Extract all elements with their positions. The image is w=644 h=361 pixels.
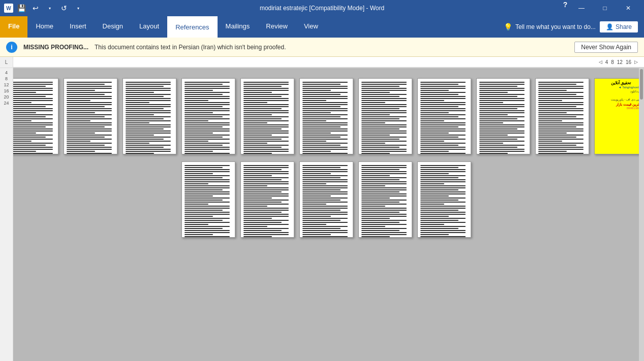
tab-insert[interactable]: Insert (62, 16, 95, 38)
line (361, 147, 400, 148)
line (420, 179, 466, 180)
line (538, 130, 584, 132)
minimize-button[interactable]: — (570, 0, 593, 16)
line (13, 128, 53, 129)
page-lines-14 (300, 162, 353, 238)
line (302, 177, 341, 178)
tab-mailings[interactable]: Mailings (218, 16, 258, 38)
line (243, 102, 267, 103)
customize-button[interactable]: ▾ (72, 2, 84, 14)
share-button[interactable]: 👤 Share (600, 21, 638, 32)
line (243, 147, 282, 148)
page-thumb-12[interactable] (181, 161, 235, 238)
save-button[interactable]: 💾 (15, 2, 27, 14)
ad-site: Tahghighonline.ir ◄ (597, 86, 639, 90)
page-thumb-2[interactable] (64, 78, 117, 154)
line (538, 137, 576, 138)
tab-view[interactable]: View (296, 16, 326, 38)
line (185, 102, 230, 103)
tell-me-input[interactable]: 💡 Tell me what you want to do... (504, 23, 596, 31)
tab-file[interactable]: File (0, 16, 27, 38)
line (185, 143, 230, 144)
undo-button[interactable]: ↩ (29, 2, 42, 14)
page-thumb-5[interactable] (240, 78, 294, 154)
line (243, 149, 289, 150)
never-show-again-button[interactable]: Never Show Again (574, 42, 638, 53)
line (126, 145, 171, 146)
line (302, 224, 326, 225)
line (13, 94, 53, 95)
line (13, 141, 32, 142)
tab-references[interactable]: References (167, 16, 217, 38)
scroll-thumb[interactable] (640, 69, 643, 100)
line (185, 141, 208, 142)
line (361, 100, 407, 101)
maximize-button[interactable]: □ (593, 0, 617, 16)
line (420, 206, 466, 207)
vruler-24: 24 (4, 101, 9, 106)
vertical-scrollbar[interactable] (639, 68, 644, 361)
line (302, 210, 341, 211)
page-thumb-6[interactable] (299, 78, 353, 154)
line (67, 120, 90, 121)
line (302, 230, 348, 231)
line (302, 175, 348, 176)
page-thumb-3[interactable] (122, 78, 176, 154)
redo-button[interactable]: ↺ (58, 2, 70, 14)
line (302, 183, 326, 184)
line (243, 230, 282, 231)
close-button[interactable]: ✕ (617, 0, 640, 16)
line (243, 193, 289, 194)
ad-phone: 09981366624 (597, 107, 639, 111)
line (243, 236, 272, 237)
line (420, 102, 466, 103)
line (361, 175, 390, 176)
page-thumb-8[interactable] (417, 78, 471, 154)
page-thumb-14[interactable] (299, 161, 353, 238)
document-area[interactable]: ↖ (13, 68, 639, 361)
help-icon[interactable]: ? (561, 0, 570, 9)
line (538, 98, 584, 99)
window-controls: ? — □ ✕ (561, 0, 640, 16)
line (243, 126, 289, 127)
line (361, 222, 400, 223)
ad-price: با کمترین قیمت بازار (597, 102, 639, 107)
line (302, 228, 341, 229)
line (420, 122, 466, 123)
page-thumb-13[interactable] (240, 161, 294, 238)
line (302, 96, 348, 97)
line (361, 86, 400, 87)
page-thumb-10[interactable] (535, 78, 589, 154)
page-thumb-9[interactable] (476, 78, 530, 154)
line (420, 84, 458, 85)
line (67, 151, 95, 152)
line (185, 147, 230, 148)
tab-design[interactable]: Design (95, 16, 131, 38)
page-thumb-15[interactable] (358, 161, 412, 238)
line (420, 222, 466, 223)
line (67, 108, 112, 109)
page-thumb-16[interactable] (417, 161, 471, 238)
page-thumb-1[interactable] (13, 78, 58, 154)
line (243, 92, 272, 93)
line (67, 153, 112, 154)
line (361, 151, 407, 152)
page-thumb-4[interactable] (181, 78, 235, 154)
tab-layout[interactable]: Layout (131, 16, 167, 38)
line (185, 169, 230, 170)
undo-dropdown[interactable]: ▾ (44, 2, 56, 14)
tab-home[interactable]: Home (27, 16, 62, 38)
line (361, 210, 407, 211)
line (361, 120, 407, 121)
page-thumb-7[interactable] (358, 78, 412, 154)
tab-review[interactable]: Review (258, 16, 296, 38)
line (538, 116, 576, 117)
line (13, 147, 53, 148)
ribbon-right: 💡 Tell me what you want to do... 👤 Share (504, 16, 644, 38)
ruler-corner[interactable]: L (0, 57, 13, 68)
line (185, 183, 208, 184)
page-thumb-11-ad[interactable]: تحقیق آنلاین Tahghighonline.ir ◄ مرجع دا… (594, 78, 639, 154)
line (302, 118, 348, 119)
line (479, 143, 503, 144)
line (185, 226, 230, 227)
